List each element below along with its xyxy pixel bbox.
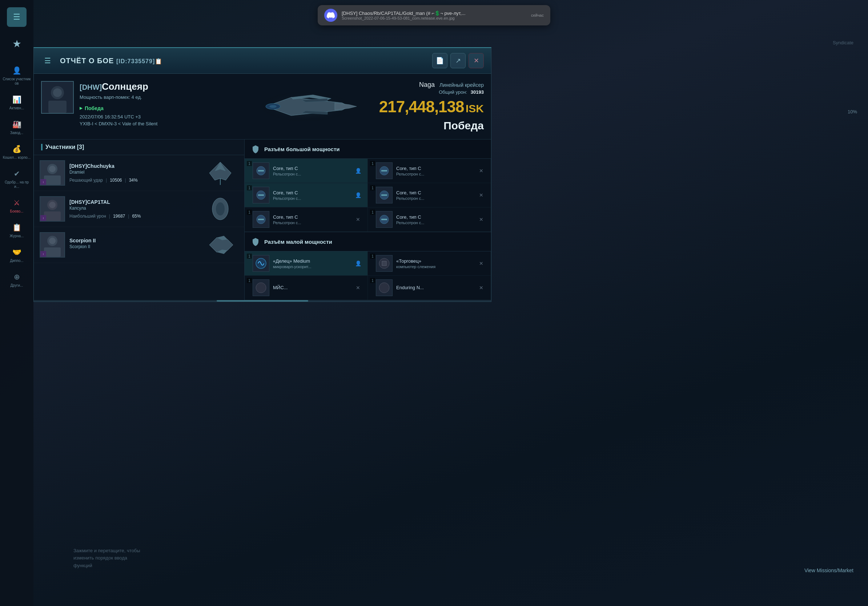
fitting-status-close: ✕ (477, 215, 486, 224)
sidebar-item-combat[interactable]: ⚔ Боево... (0, 195, 33, 216)
participant-avatar: I (40, 160, 65, 186)
fitting-icon (253, 162, 269, 179)
ship-image (202, 196, 239, 222)
fitting-icon (376, 211, 392, 228)
divider2: | (125, 178, 126, 183)
svg-point-15 (49, 166, 56, 172)
factories-icon: 🏭 (12, 119, 22, 129)
sidebar-combat-label: Боево... (10, 209, 23, 213)
fitting-item[interactable]: 1 Core, тип C Рельсотрон с... ✕ (368, 207, 491, 232)
fitting-name: Core, тип C (273, 166, 350, 171)
fitting-name: Enduring N... (396, 285, 473, 290)
header-bar-accent (41, 144, 42, 150)
sidebar-item-participants-list[interactable]: 👤 Список участников (0, 62, 33, 89)
ship-image (202, 232, 239, 258)
sidebar-item-other[interactable]: ⊕ Други... (0, 269, 33, 291)
divider: | (109, 213, 110, 219)
fitting-text: Enduring N... (396, 285, 473, 291)
svg-rect-34 (258, 170, 264, 172)
modal-title-text: ОТЧЁТ О БОЕ (60, 57, 114, 65)
copy-button[interactable]: 📄 (432, 53, 448, 68)
participant-info: Scorpion II Scorpion II (70, 238, 198, 252)
fitting-text: «Делец» Medium микроварп-ускорит... (273, 258, 350, 269)
fitting-item[interactable]: 1 «Торговец» компьютер слежения ✕ (368, 251, 491, 276)
isk-display: 217,448,138 ISK (367, 98, 484, 116)
battle-report-modal: ☰ ОТЧЁТ О БОЕ [ID:7335579]📋 📄 ↗ ✕ (33, 47, 491, 302)
participant-ship: Dramiel (70, 170, 198, 175)
rank-badge: I (40, 215, 46, 221)
svg-rect-54 (382, 261, 386, 266)
fitting-name: Core, тип C (273, 190, 350, 195)
fitting-text: Core, тип C Рельсотрон с... (273, 166, 350, 176)
low-slots-title: Разъём малой мощности (264, 239, 332, 245)
discord-notification[interactable]: [DHSY] Chaos/Rb/CAP1TAL/Gold_man (# ⌐💲¬ … (318, 5, 550, 25)
close-button[interactable]: ✕ (468, 53, 484, 68)
player-warp-stat: Мощность варп-помех: 4 ед. (80, 94, 244, 100)
sidebar-item-journal[interactable]: 📋 Журна... (0, 220, 33, 241)
battle-datetime: 2022/07/06 16:32:54 UTC +3 (80, 114, 244, 119)
svg-rect-2 (48, 100, 67, 113)
fitting-item[interactable]: 1 Core, тип C Рельсотрон с... ✕ (368, 159, 491, 183)
sidebar-item-factories[interactable]: 🏭 Завод... (0, 116, 33, 138)
battle-location: YXIB-I < DMXN-3 < Vale of the Silent (80, 121, 244, 127)
participant-info: [DHSY]Chuchuyka Dramiel Решающий удар | … (70, 163, 198, 183)
fitting-text: Core, тип C Рельсотрон с... (396, 190, 473, 201)
svg-point-24 (216, 203, 225, 215)
fittings-panel: Разъём большой мощности 1 Core, т (245, 139, 491, 300)
fitting-name: Core, тип C (396, 166, 473, 171)
fitting-item[interactable]: 1 «Делец» Medium микроварп-ускорит... 👤 (245, 251, 368, 276)
sidebar-menu-button[interactable]: ☰ (7, 7, 26, 27)
svg-point-3 (53, 88, 62, 97)
high-slots-grid: 1 Core, тип C Рельсотрон с... 👤 (245, 159, 491, 232)
close-icon: ✕ (474, 57, 479, 65)
sidebar-item-wallet[interactable]: 💰 Кошел... корпо... (0, 141, 33, 163)
fitting-icon (253, 211, 269, 228)
diplomacy-icon: 🤝 (12, 247, 22, 257)
scrollbar[interactable] (34, 300, 491, 301)
participant-item[interactable]: I Scorpion II Scorpion II (34, 227, 244, 263)
fitting-text: Core, тип C Рельсотрон с... (273, 214, 350, 225)
fitting-icon (376, 162, 392, 179)
scrollbar-thumb[interactable] (217, 300, 308, 301)
svg-rect-43 (381, 194, 387, 196)
player-corp-tag: [DHW] (80, 83, 102, 91)
fitting-desc: Рельсотрон с... (396, 221, 473, 225)
participant-avatar: I (40, 232, 65, 258)
fitting-item[interactable]: 1 Core, тип C Рельсотрон с... ✕ (368, 183, 491, 207)
stat-value1: 19687 (113, 213, 125, 219)
view-missions-link[interactable]: View Missions/Market (804, 567, 854, 573)
sidebar-item-approved[interactable]: ✔ Одобр... на при... (0, 166, 33, 192)
participants-panel: Участники [3] I (34, 139, 245, 300)
divider2: | (128, 213, 129, 219)
fitting-status-person: 👤 (354, 259, 363, 268)
fitting-text: МЙС... (273, 285, 350, 291)
fitting-item[interactable]: 1 Core, тип C Рельсотрон с... ✕ (245, 207, 368, 232)
participant-ship: Scorpion II (70, 244, 198, 249)
fitting-desc: микроварп-ускорит... (273, 264, 350, 269)
fitting-status-person: 👤 (354, 166, 363, 175)
fitting-item[interactable]: 1 МЙС... ✕ (245, 276, 368, 300)
sidebar-item-diplomacy[interactable]: 🤝 Диппо... (0, 244, 33, 266)
sidebar-item-activities[interactable]: 📊 Активн... (0, 91, 33, 113)
fitting-item[interactable]: 1 Core, тип C Рельсотрон с... 👤 (245, 183, 368, 207)
approved-icon: ✔ (12, 169, 22, 179)
participant-item[interactable]: I [DHSY]CAP1TAL Капсула Наибольший урон … (34, 191, 244, 227)
fitting-item[interactable]: 1 Enduring N... ✕ (368, 276, 491, 300)
participant-item[interactable]: I [DHSY]Chuchuyka Dramiel Решающий удар … (34, 155, 244, 191)
fitting-text: Core, тип C Рельсотрон с... (396, 166, 473, 176)
export-button[interactable]: ↗ (450, 53, 466, 68)
modal-menu-button[interactable]: ☰ (41, 54, 54, 67)
isk-unit: ISK (466, 102, 484, 114)
battle-info-section: [DHW]Солнцеяр Мощность варп-помех: 4 ед.… (34, 74, 491, 139)
slot-number: 1 (370, 161, 375, 166)
svg-marker-29 (209, 238, 233, 252)
svg-point-58 (379, 283, 389, 293)
ship-silhouette (255, 85, 356, 128)
fitting-icon (376, 279, 392, 296)
bottom-section: Участники [3] I (34, 139, 491, 300)
total-damage-label: Общий урон: 30193 (367, 90, 484, 95)
fitting-name: Core, тип C (273, 214, 350, 220)
corporation-icon: ★ (6, 33, 27, 54)
fitting-item[interactable]: 1 Core, тип C Рельсотрон с... 👤 (245, 159, 368, 183)
fitting-status-person: 👤 (354, 191, 363, 199)
